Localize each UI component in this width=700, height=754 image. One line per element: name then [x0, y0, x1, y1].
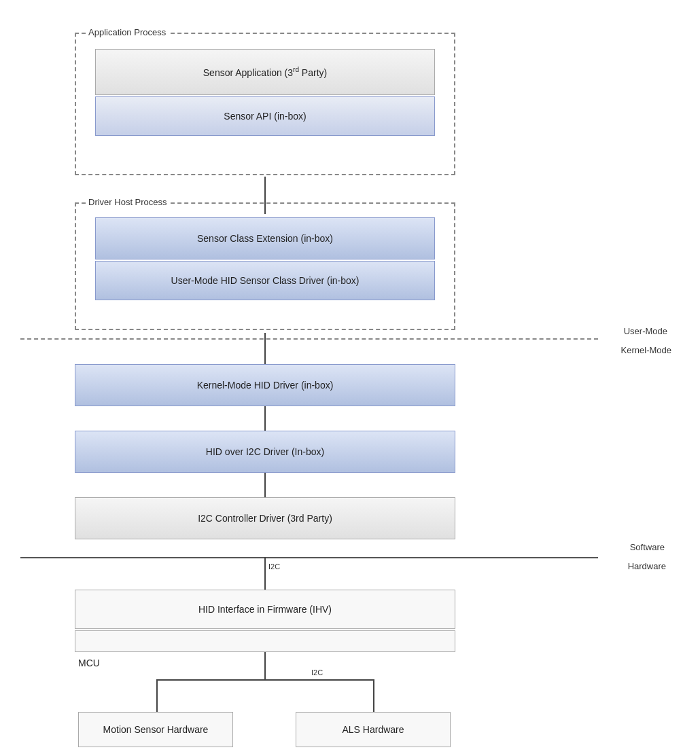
i2c-bottom-label: I2C [311, 668, 323, 677]
i2c-controller-label: I2C Controller Driver (3rd Party) [198, 513, 332, 524]
sensor-class-extension-block: Sensor Class Extension (in-box) [95, 217, 435, 259]
i2c-top-label: I2C [268, 562, 280, 571]
mcu-label: MCU [78, 658, 100, 668]
hid-firmware-label: HID Interface in Firmware (IHV) [198, 604, 332, 615]
diagram-container: Application Process Sensor Application (… [0, 0, 700, 754]
als-hardware-block: ALS Hardware [296, 712, 451, 747]
connector-kernel-to-hid-i2c [264, 406, 266, 431]
sensor-api-block: Sensor API (in-box) [95, 96, 435, 136]
kernel-mode-hid-block: Kernel-Mode HID Driver (in-box) [75, 364, 455, 406]
connector-i2c-left [156, 679, 265, 681]
user-kernel-separator [20, 338, 598, 340]
connector-mcu-to-split [264, 652, 266, 679]
motion-sensor-label: Motion Sensor Hardware [103, 724, 209, 735]
software-label: Software [630, 542, 665, 552]
hid-firmware-block: HID Interface in Firmware (IHV) [75, 590, 455, 629]
kernel-mode-label: Kernel-Mode [621, 345, 671, 355]
mcu-empty-block [75, 630, 455, 652]
hid-over-i2c-label: HID over I2C Driver (In-box) [206, 446, 324, 457]
user-mode-hid-label: User-Mode HID Sensor Class Driver (in-bo… [171, 275, 360, 286]
user-mode-label: User-Mode [624, 326, 667, 336]
connector-i2c-right [265, 679, 374, 681]
software-hardware-separator [20, 557, 598, 558]
connector-hid-i2c-to-ctrl [264, 473, 266, 497]
sensor-api-label: Sensor API (in-box) [224, 111, 306, 122]
hardware-label: Hardware [628, 561, 666, 571]
sensor-class-extension-label: Sensor Class Extension (in-box) [197, 233, 333, 244]
user-mode-hid-block: User-Mode HID Sensor Class Driver (in-bo… [95, 261, 435, 300]
application-process-label: Application Process [86, 27, 169, 37]
sensor-application-block: Sensor Application (3rd Party) [95, 49, 435, 95]
motion-sensor-block: Motion Sensor Hardware [78, 712, 233, 747]
als-hardware-label: ALS Hardware [342, 724, 404, 735]
connector-left-down [156, 679, 158, 713]
driver-host-process-label: Driver Host Process [86, 197, 170, 207]
sensor-application-label: Sensor Application (3rd Party) [203, 66, 327, 78]
hid-over-i2c-block: HID over I2C Driver (In-box) [75, 431, 455, 473]
i2c-controller-block: I2C Controller Driver (3rd Party) [75, 497, 455, 539]
connector-driver-to-kernel [264, 333, 266, 364]
connector-right-down [373, 679, 374, 713]
kernel-mode-hid-label: Kernel-Mode HID Driver (in-box) [197, 380, 334, 391]
